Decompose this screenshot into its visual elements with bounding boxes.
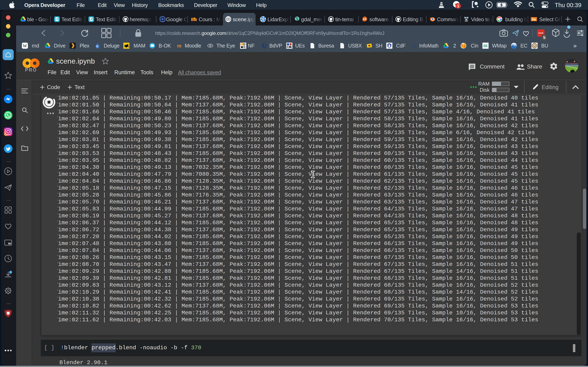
svg-text:1: 1: [457, 4, 459, 8]
svg-text:W: W: [23, 43, 27, 48]
svg-text:ask: ask: [363, 18, 367, 20]
svg-text:m: m: [177, 43, 181, 49]
svg-text:GIF: GIF: [465, 20, 468, 22]
svg-text:GDAL: GDAL: [294, 20, 300, 22]
svg-text:ba: ba: [532, 17, 536, 21]
svg-text:§: §: [413, 43, 416, 49]
svg-text:EE: EE: [484, 44, 488, 48]
